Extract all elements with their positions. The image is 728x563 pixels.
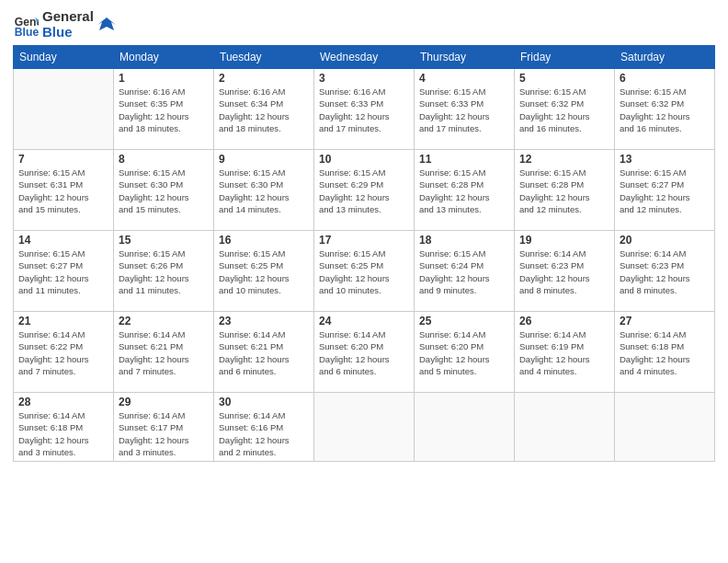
calendar-cell: 15Sunrise: 6:15 AM Sunset: 6:26 PM Dayli…: [114, 231, 214, 312]
day-info: Sunrise: 6:14 AM Sunset: 6:23 PM Dayligh…: [620, 247, 710, 296]
day-number: 25: [419, 315, 509, 327]
day-number: 29: [119, 396, 209, 408]
day-info: Sunrise: 6:15 AM Sunset: 6:25 PM Dayligh…: [219, 247, 309, 296]
day-number: 12: [519, 153, 609, 166]
day-info: Sunrise: 6:15 AM Sunset: 6:31 PM Dayligh…: [18, 167, 108, 215]
day-info: Sunrise: 6:14 AM Sunset: 6:21 PM Dayligh…: [219, 328, 309, 377]
calendar-cell: 22Sunrise: 6:14 AM Sunset: 6:21 PM Dayli…: [114, 312, 214, 393]
day-number: 26: [519, 315, 609, 327]
calendar-cell: [415, 393, 515, 462]
day-number: 17: [319, 234, 409, 247]
logo-blue: Blue: [42, 25, 94, 40]
day-info: Sunrise: 6:15 AM Sunset: 6:25 PM Dayligh…: [319, 247, 409, 296]
calendar-cell: 20Sunrise: 6:14 AM Sunset: 6:23 PM Dayli…: [615, 231, 715, 312]
day-number: 8: [119, 153, 209, 166]
calendar-cell: 19Sunrise: 6:14 AM Sunset: 6:23 PM Dayli…: [515, 231, 615, 312]
day-info: Sunrise: 6:14 AM Sunset: 6:22 PM Dayligh…: [18, 328, 108, 377]
day-number: 10: [319, 153, 409, 166]
week-row-5: 28Sunrise: 6:14 AM Sunset: 6:18 PM Dayli…: [14, 393, 715, 462]
day-info: Sunrise: 6:16 AM Sunset: 6:34 PM Dayligh…: [219, 86, 309, 134]
calendar-cell: 10Sunrise: 6:15 AM Sunset: 6:29 PM Dayli…: [314, 150, 415, 231]
calendar-cell: 5Sunrise: 6:15 AM Sunset: 6:32 PM Daylig…: [515, 69, 615, 150]
day-info: Sunrise: 6:14 AM Sunset: 6:18 PM Dayligh…: [620, 328, 710, 377]
calendar-cell: 29Sunrise: 6:14 AM Sunset: 6:17 PM Dayli…: [114, 393, 214, 462]
weekday-header-sunday: Sunday: [14, 46, 114, 69]
day-info: Sunrise: 6:14 AM Sunset: 6:19 PM Dayligh…: [519, 328, 609, 377]
week-row-3: 14Sunrise: 6:15 AM Sunset: 6:27 PM Dayli…: [14, 231, 715, 312]
day-number: 6: [620, 72, 710, 85]
weekday-header-tuesday: Tuesday: [214, 46, 314, 69]
day-number: 3: [319, 72, 409, 85]
calendar-cell: 6Sunrise: 6:15 AM Sunset: 6:32 PM Daylig…: [615, 69, 715, 150]
day-number: 11: [419, 153, 509, 166]
day-info: Sunrise: 6:15 AM Sunset: 6:33 PM Dayligh…: [419, 86, 509, 134]
day-info: Sunrise: 6:15 AM Sunset: 6:32 PM Dayligh…: [519, 86, 609, 134]
calendar-cell: [615, 393, 715, 462]
day-number: 2: [219, 72, 309, 85]
day-info: Sunrise: 6:14 AM Sunset: 6:17 PM Dayligh…: [119, 409, 209, 458]
day-info: Sunrise: 6:14 AM Sunset: 6:20 PM Dayligh…: [419, 328, 509, 377]
calendar-cell: 9Sunrise: 6:15 AM Sunset: 6:30 PM Daylig…: [214, 150, 314, 231]
calendar-cell: 25Sunrise: 6:14 AM Sunset: 6:20 PM Dayli…: [415, 312, 515, 393]
weekday-header-saturday: Saturday: [615, 46, 715, 69]
day-info: Sunrise: 6:14 AM Sunset: 6:21 PM Dayligh…: [119, 328, 209, 377]
week-row-1: 1Sunrise: 6:16 AM Sunset: 6:35 PM Daylig…: [14, 69, 715, 150]
day-info: Sunrise: 6:14 AM Sunset: 6:23 PM Dayligh…: [519, 247, 609, 296]
day-info: Sunrise: 6:15 AM Sunset: 6:27 PM Dayligh…: [620, 167, 710, 215]
calendar-cell: 4Sunrise: 6:15 AM Sunset: 6:33 PM Daylig…: [415, 69, 515, 150]
day-info: Sunrise: 6:15 AM Sunset: 6:26 PM Dayligh…: [119, 247, 209, 296]
calendar-cell: 24Sunrise: 6:14 AM Sunset: 6:20 PM Dayli…: [314, 312, 415, 393]
calendar-cell: 14Sunrise: 6:15 AM Sunset: 6:27 PM Dayli…: [14, 231, 114, 312]
day-number: 9: [219, 153, 309, 166]
calendar-cell: 2Sunrise: 6:16 AM Sunset: 6:34 PM Daylig…: [214, 69, 314, 150]
day-info: Sunrise: 6:15 AM Sunset: 6:30 PM Dayligh…: [219, 167, 309, 215]
calendar-cell: 13Sunrise: 6:15 AM Sunset: 6:27 PM Dayli…: [615, 150, 715, 231]
day-number: 16: [219, 234, 309, 247]
day-info: Sunrise: 6:15 AM Sunset: 6:29 PM Dayligh…: [319, 167, 409, 215]
day-info: Sunrise: 6:16 AM Sunset: 6:35 PM Dayligh…: [119, 86, 209, 134]
day-number: 14: [18, 234, 108, 247]
calendar-cell: 27Sunrise: 6:14 AM Sunset: 6:18 PM Dayli…: [615, 312, 715, 393]
day-number: 20: [620, 234, 710, 247]
calendar-cell: 28Sunrise: 6:14 AM Sunset: 6:18 PM Dayli…: [14, 393, 114, 462]
calendar-cell: 12Sunrise: 6:15 AM Sunset: 6:28 PM Dayli…: [515, 150, 615, 231]
calendar-cell: 23Sunrise: 6:14 AM Sunset: 6:21 PM Dayli…: [214, 312, 314, 393]
day-info: Sunrise: 6:15 AM Sunset: 6:27 PM Dayligh…: [18, 247, 108, 296]
day-number: 4: [419, 72, 509, 85]
calendar-cell: 21Sunrise: 6:14 AM Sunset: 6:22 PM Dayli…: [14, 312, 114, 393]
calendar-cell: [515, 393, 615, 462]
calendar-cell: 18Sunrise: 6:15 AM Sunset: 6:24 PM Dayli…: [415, 231, 515, 312]
calendar-cell: 30Sunrise: 6:14 AM Sunset: 6:16 PM Dayli…: [214, 393, 314, 462]
day-number: 21: [18, 315, 108, 327]
header: General Blue General Blue: [13, 9, 715, 40]
day-info: Sunrise: 6:14 AM Sunset: 6:18 PM Dayligh…: [18, 409, 108, 458]
logo: General Blue General Blue: [13, 9, 116, 40]
day-number: 18: [419, 234, 509, 247]
calendar-table: SundayMondayTuesdayWednesdayThursdayFrid…: [13, 45, 715, 462]
day-info: Sunrise: 6:15 AM Sunset: 6:24 PM Dayligh…: [419, 247, 509, 296]
day-info: Sunrise: 6:16 AM Sunset: 6:33 PM Dayligh…: [319, 86, 409, 134]
day-info: Sunrise: 6:15 AM Sunset: 6:32 PM Dayligh…: [620, 86, 710, 134]
calendar-cell: 16Sunrise: 6:15 AM Sunset: 6:25 PM Dayli…: [214, 231, 314, 312]
day-number: 15: [119, 234, 209, 247]
day-number: 23: [219, 315, 309, 327]
day-info: Sunrise: 6:15 AM Sunset: 6:30 PM Dayligh…: [119, 167, 209, 215]
day-number: 22: [119, 315, 209, 327]
day-info: Sunrise: 6:15 AM Sunset: 6:28 PM Dayligh…: [419, 167, 509, 215]
calendar-cell: [314, 393, 415, 462]
svg-marker-4: [97, 17, 116, 30]
calendar-cell: 26Sunrise: 6:14 AM Sunset: 6:19 PM Dayli…: [515, 312, 615, 393]
calendar-cell: 1Sunrise: 6:16 AM Sunset: 6:35 PM Daylig…: [114, 69, 214, 150]
day-number: 1: [119, 72, 209, 85]
logo-icon: General Blue: [13, 12, 39, 38]
calendar-cell: 11Sunrise: 6:15 AM Sunset: 6:28 PM Dayli…: [415, 150, 515, 231]
week-row-4: 21Sunrise: 6:14 AM Sunset: 6:22 PM Dayli…: [14, 312, 715, 393]
calendar-cell: 17Sunrise: 6:15 AM Sunset: 6:25 PM Dayli…: [314, 231, 415, 312]
week-row-2: 7Sunrise: 6:15 AM Sunset: 6:31 PM Daylig…: [14, 150, 715, 231]
calendar-cell: 8Sunrise: 6:15 AM Sunset: 6:30 PM Daylig…: [114, 150, 214, 231]
day-number: 7: [18, 153, 108, 166]
day-number: 19: [519, 234, 609, 247]
weekday-header-monday: Monday: [114, 46, 214, 69]
day-number: 24: [319, 315, 409, 327]
logo-general: General: [42, 9, 94, 25]
